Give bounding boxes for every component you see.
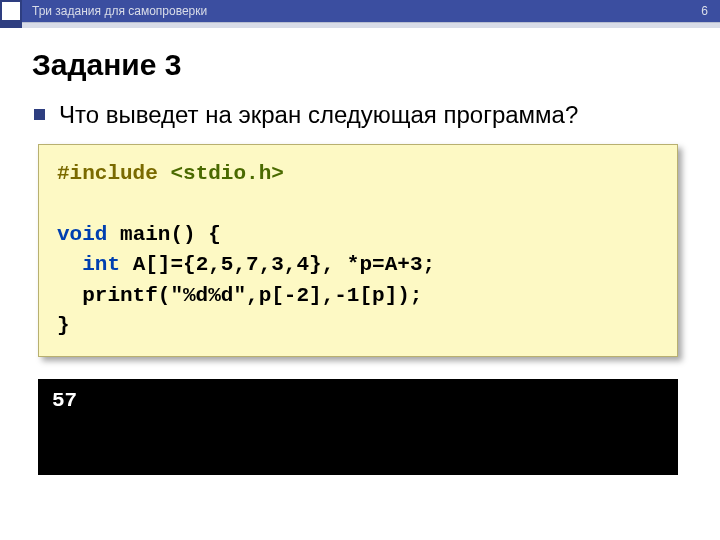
header-square-icon: [0, 0, 22, 22]
page-title: Задание 3: [32, 48, 692, 82]
slide: Три задания для самопроверки 6 Задание 3…: [0, 0, 720, 540]
code-printf-line: printf("%d%d",p[-2],-1[p]);: [57, 284, 422, 307]
code-close-brace: }: [57, 314, 70, 337]
code-int-keyword: int: [82, 253, 120, 276]
code-declaration: A[]={2,5,7,3,4}, *p=A+3;: [120, 253, 435, 276]
code-include-keyword: #include: [57, 162, 158, 185]
bullet-square-icon: [34, 109, 45, 120]
output-console: 57: [38, 379, 678, 475]
slide-header-bar: Три задания для самопроверки 6: [0, 0, 720, 22]
header-underline: [0, 22, 720, 28]
output-text: 57: [52, 389, 77, 412]
breadcrumb: Три задания для самопроверки: [32, 4, 701, 18]
code-void-keyword: void: [57, 223, 107, 246]
page-number: 6: [701, 4, 708, 18]
code-block: #include <stdio.h> void main() { int A[]…: [38, 144, 678, 357]
question-text: Что выведет на экран следующая программа…: [59, 100, 578, 130]
code-include-header: <stdio.h>: [170, 162, 283, 185]
code-main-signature: main() {: [107, 223, 220, 246]
slide-body: Задание 3 Что выведет на экран следующая…: [0, 28, 720, 475]
bullet-item: Что выведет на экран следующая программа…: [34, 100, 692, 130]
